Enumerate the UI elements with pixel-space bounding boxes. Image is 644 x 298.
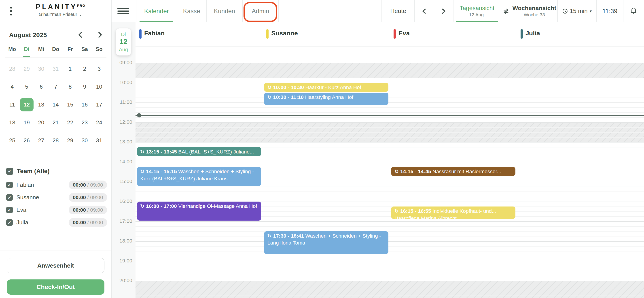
day-cell-7[interactable]: 7 <box>48 78 63 96</box>
tab-admin[interactable]: Admin <box>242 0 278 22</box>
day-cell-1[interactable]: 1 <box>63 60 77 78</box>
selected-day: 12 <box>20 98 34 112</box>
day-cell-23[interactable]: 23 <box>77 114 92 132</box>
day-number: 4 <box>5 80 19 94</box>
day-cell-29[interactable]: 29 <box>20 60 34 78</box>
day-cell-14[interactable]: 14 <box>48 96 63 114</box>
week-view-tab[interactable]: Wochenansicht Woche 33 <box>512 0 558 22</box>
day-cell-12[interactable]: 12 <box>20 96 34 114</box>
event[interactable]: ↻10:00 - 10:30 Haarkur - Kurz Anna Hof <box>264 83 388 92</box>
member-checkbox-susanne[interactable]: ✓ <box>6 194 13 201</box>
day-cell-13[interactable]: 13 <box>34 96 48 114</box>
time-label-14:00: 14:00 <box>120 159 132 165</box>
tab-kalender[interactable]: Kalender <box>136 0 177 22</box>
day-cell-31[interactable]: 31 <box>92 132 106 149</box>
mini-calendar-next-button[interactable] <box>96 32 103 40</box>
recurring-icon: ↻ <box>140 149 144 155</box>
day-cell-16[interactable]: 16 <box>77 96 92 114</box>
member-hours-badge: 00:00 / 09:00 <box>69 193 107 202</box>
event[interactable]: ↻10:30 - 11:10 Haarstyling Anna Hof <box>264 93 388 105</box>
day-cell-28[interactable]: 28 <box>5 60 20 78</box>
day-cell-29[interactable]: 29 <box>63 132 77 149</box>
day-cell-30[interactable]: 30 <box>77 132 92 149</box>
event[interactable]: ↻14:15 - 14:45 Nassrasur mit Rasiermesse… <box>391 167 516 176</box>
day-cell-21[interactable]: 21 <box>48 114 63 132</box>
day-number: 29 <box>20 62 34 76</box>
dropdown-caret-icon: ▾ <box>590 9 592 14</box>
mini-calendar-prev-button[interactable] <box>77 32 84 40</box>
day-cell-8[interactable]: 8 <box>63 78 77 96</box>
day-cell-28[interactable]: 28 <box>48 132 63 149</box>
next-day-button[interactable] <box>434 0 453 22</box>
event-time: 14:15 - 14:45 <box>400 168 431 174</box>
tab-kasse[interactable]: Kasse <box>177 0 206 22</box>
member-checkbox-eva[interactable]: ✓ <box>6 207 13 213</box>
day-view-tab[interactable]: Tagesansicht 12 Aug. <box>454 0 501 22</box>
day-cell-11[interactable]: 11 <box>5 96 20 114</box>
day-cell-3[interactable]: 3 <box>92 60 106 78</box>
day-cell-24[interactable]: 24 <box>92 114 106 132</box>
day-cell-30[interactable]: 30 <box>34 60 48 78</box>
today-button[interactable]: Heute <box>382 0 414 22</box>
event[interactable]: ↻17:30 - 18:41 Waschen + Schneiden + Sty… <box>264 231 388 254</box>
day-cell-25[interactable]: 25 <box>5 132 20 149</box>
tab-kunden[interactable]: Kunden <box>206 0 242 22</box>
salon-selector[interactable]: G'hair'man Friseur ⌄ <box>24 12 96 17</box>
bell-icon <box>630 7 637 15</box>
calendar-grid[interactable]: FabianSusanneEvaJulia ↻10:00 - 10:30 Haa… <box>136 22 644 298</box>
event-time: 10:30 - 11:10 <box>273 94 304 100</box>
team-member-row-julia: ✓Julia00:00 / 09:00 <box>6 218 107 227</box>
recurring-icon: ↻ <box>268 85 272 90</box>
day-number: 5 <box>20 80 34 94</box>
event[interactable]: ↻16:15 - 16:55 Individuelle Kopfhaut- un… <box>391 206 516 219</box>
day-cell-10[interactable]: 10 <box>92 78 106 96</box>
mini-calendar-week-row: 18192021222324 <box>5 114 106 132</box>
day-cell-5[interactable]: 5 <box>20 78 34 96</box>
column-color-bar-fabian <box>139 29 142 39</box>
notifications-button[interactable] <box>624 0 644 22</box>
check-in-out-button[interactable]: Check-In/Out <box>7 279 104 295</box>
day-cell-15[interactable]: 15 <box>63 96 77 114</box>
event[interactable]: ↻13:15 - 13:45 BAL (BAL+S+S_KURZ) Julian… <box>137 147 262 156</box>
column-divider <box>390 46 390 298</box>
attendance-button[interactable]: Anwesenheit <box>7 258 104 273</box>
hamburger-menu-icon[interactable] <box>118 8 129 14</box>
weekday-so: So <box>92 46 106 57</box>
day-cell-26[interactable]: 26 <box>20 132 34 149</box>
prev-day-button[interactable] <box>415 0 434 22</box>
event-time: 17:30 - 18:41 <box>273 233 304 239</box>
day-number: 16 <box>78 98 92 112</box>
event[interactable]: ↻16:00 - 17:00 Vierhändige Öl-Massage An… <box>137 202 262 221</box>
recurring-icon: ↻ <box>140 203 144 209</box>
day-cell-17[interactable]: 17 <box>92 96 106 114</box>
day-number: 27 <box>34 134 48 147</box>
weekday-mo: Mo <box>5 46 20 57</box>
time-label-09:00: 09:00 <box>120 60 132 66</box>
day-cell-18[interactable]: 18 <box>5 114 20 132</box>
member-name: Eva <box>16 207 65 213</box>
event[interactable]: ↻14:15 - 15:15 Waschen + Schneiden + Sty… <box>137 167 262 186</box>
kebab-menu-icon[interactable] <box>8 6 14 17</box>
team-all-checkbox[interactable]: ✓ <box>6 168 13 175</box>
day-number: 17 <box>92 98 106 112</box>
member-checkbox-julia[interactable]: ✓ <box>6 219 13 226</box>
member-hours-badge: 00:00 / 09:00 <box>69 206 107 214</box>
day-number: 14 <box>49 98 62 112</box>
member-checkbox-fabian[interactable]: ✓ <box>6 182 13 188</box>
day-number: 15 <box>63 98 77 112</box>
swap-view-button[interactable] <box>501 0 512 22</box>
day-cell-20[interactable]: 20 <box>34 114 48 132</box>
day-cell-19[interactable]: 19 <box>20 114 34 132</box>
day-cell-6[interactable]: 6 <box>34 78 48 96</box>
interval-dropdown[interactable]: 15 min ▾ <box>558 0 596 22</box>
day-cell-22[interactable]: 22 <box>63 114 77 132</box>
day-cell-31[interactable]: 31 <box>48 60 63 78</box>
day-cell-2[interactable]: 2 <box>77 60 92 78</box>
day-cell-4[interactable]: 4 <box>5 78 20 96</box>
day-cell-9[interactable]: 9 <box>77 78 92 96</box>
day-cell-27[interactable]: 27 <box>34 132 48 149</box>
event-time: 13:15 - 13:45 <box>146 149 177 155</box>
recurring-icon: ↻ <box>268 94 272 100</box>
main-tabs: KalenderKasseKundenAdmin <box>136 0 278 22</box>
recurring-icon: ↻ <box>394 169 398 174</box>
